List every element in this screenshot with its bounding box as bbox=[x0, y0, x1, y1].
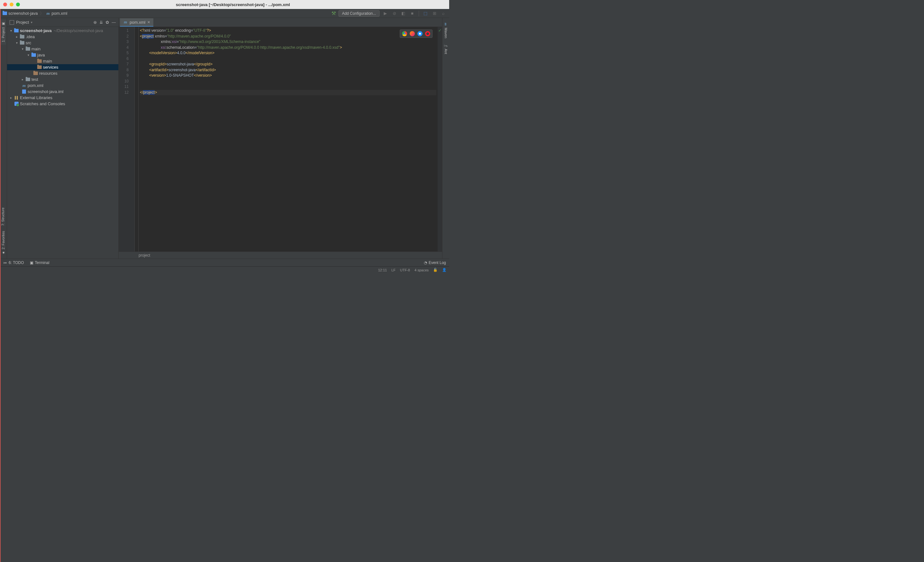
panel-title-label: Project bbox=[16, 20, 29, 25]
event-log-tab[interactable]: ◔Event Log bbox=[424, 261, 446, 265]
expand-icon[interactable]: ▾ bbox=[26, 53, 30, 57]
expand-icon[interactable]: ▾ bbox=[15, 41, 19, 45]
editor-area: m pom.xml ✕ 123456789101112 <?xml versio… bbox=[119, 18, 442, 259]
tree-label: src bbox=[26, 40, 31, 45]
editor-marker-bar[interactable]: ✓ bbox=[438, 27, 442, 252]
tree-label: External Libraries bbox=[20, 95, 52, 100]
line-separator[interactable]: LF bbox=[392, 268, 396, 272]
tree-root[interactable]: ▾ screenshot-java ~/Desktop/screenshot-j… bbox=[7, 28, 118, 34]
maximize-window-button[interactable] bbox=[16, 3, 20, 6]
expand-icon[interactable]: ▾ bbox=[9, 29, 13, 32]
chrome-icon[interactable] bbox=[402, 31, 407, 36]
module-icon bbox=[22, 90, 26, 94]
stop-icon[interactable]: ■ bbox=[409, 10, 416, 16]
editor-tabs: m pom.xml ✕ bbox=[119, 18, 442, 27]
folder-icon bbox=[32, 53, 36, 57]
tree-item-mainpkg[interactable]: main bbox=[7, 58, 118, 64]
tree-item-src[interactable]: ▾ src bbox=[7, 40, 118, 46]
code-content[interactable]: <?xml version="1.0" encoding="UTF-8"?> <… bbox=[139, 27, 438, 252]
breadcrumb-label: screenshot-java bbox=[8, 11, 38, 16]
tree-label: resources bbox=[39, 71, 57, 76]
editor-breadcrumb[interactable]: project bbox=[119, 252, 442, 259]
tree-label: main bbox=[43, 59, 52, 63]
folder-icon bbox=[3, 12, 7, 15]
status-bar: 12:11 LF UTF-8 4 spaces 🔓 👤 bbox=[0, 266, 449, 273]
tree-label: .idea bbox=[26, 34, 34, 39]
tree-label: main bbox=[32, 46, 40, 51]
maven-tab[interactable]: m Maven bbox=[442, 19, 449, 41]
tree-item-resources[interactable]: resources bbox=[7, 70, 118, 76]
maven-icon: m bbox=[444, 22, 448, 26]
project-tab[interactable]: 1: Project ▣ bbox=[0, 19, 6, 45]
editor-body[interactable]: 123456789101112 <?xml version="1.0" enco… bbox=[119, 27, 442, 252]
close-window-button[interactable] bbox=[3, 3, 7, 6]
lock-icon[interactable]: 🔓 bbox=[433, 268, 438, 272]
tree-hint: ~/Desktop/screenshot-java bbox=[54, 28, 103, 33]
encoding[interactable]: UTF-8 bbox=[400, 268, 410, 272]
tree-item-test[interactable]: ▸ test bbox=[7, 76, 118, 82]
bottom-tool-window-bar: ≔6: TODO ▣Terminal ◔Event Log bbox=[0, 259, 449, 266]
ant-tab[interactable]: 🐜 Ant bbox=[442, 41, 449, 57]
expand-icon[interactable]: ▸ bbox=[21, 78, 24, 81]
breadcrumb-label: pom.xml bbox=[52, 11, 68, 16]
terminal-tab[interactable]: ▣Terminal bbox=[30, 261, 50, 265]
editor-tab-pom[interactable]: m pom.xml ✕ bbox=[120, 18, 153, 27]
close-tab-icon[interactable]: ✕ bbox=[147, 20, 150, 24]
tree-item-main[interactable]: ▾ main bbox=[7, 46, 118, 52]
indent-setting[interactable]: 4 spaces bbox=[414, 268, 429, 272]
tree-item-java[interactable]: ▾ java bbox=[7, 52, 118, 58]
minimize-window-button[interactable] bbox=[10, 3, 14, 6]
safari-icon[interactable] bbox=[417, 31, 423, 36]
line-gutter[interactable]: 123456789101112 bbox=[119, 27, 135, 252]
cursor-position[interactable]: 12:11 bbox=[378, 268, 387, 272]
firefox-icon[interactable] bbox=[410, 31, 415, 36]
debug-icon[interactable]: ⊘ bbox=[391, 10, 398, 16]
resources-icon bbox=[33, 72, 38, 75]
add-configuration-button[interactable]: Add Configuration... bbox=[339, 10, 380, 16]
hide-icon[interactable]: — bbox=[112, 20, 116, 25]
run-icon[interactable]: ▶ bbox=[382, 10, 388, 16]
tree-item-idea[interactable]: ▸ .idea bbox=[7, 34, 118, 40]
balloon-icon: ◔ bbox=[424, 261, 427, 265]
project-panel-header: Project ▾ ⊕ ⇊ ✿ — bbox=[7, 18, 118, 27]
project-structure-icon[interactable]: ⊞ bbox=[431, 10, 438, 16]
opera-icon[interactable] bbox=[425, 31, 430, 36]
editor-breadcrumb-item[interactable]: project bbox=[139, 253, 150, 258]
collapse-icon[interactable]: ⇊ bbox=[99, 20, 103, 25]
hector-icon[interactable]: 👤 bbox=[442, 268, 447, 272]
tree-label: services bbox=[43, 65, 58, 70]
traffic-lights bbox=[3, 3, 20, 6]
coverage-icon[interactable]: ◧ bbox=[400, 10, 406, 16]
tree-label: Scratches and Consoles bbox=[20, 101, 65, 106]
expand-icon[interactable]: ▸ bbox=[15, 35, 19, 39]
tree-label: test bbox=[32, 77, 38, 82]
vcs-icon[interactable]: ⬚ bbox=[422, 10, 429, 16]
expand-icon[interactable]: ▾ bbox=[21, 47, 24, 51]
favorites-tab[interactable]: ★ 2: Favorites bbox=[0, 228, 6, 257]
tree-label: pom.xml bbox=[28, 83, 44, 88]
tree-item-iml[interactable]: screenshot-java.iml bbox=[7, 88, 118, 94]
tree-item-services[interactable]: services bbox=[7, 64, 118, 70]
breadcrumb-file[interactable]: m pom.xml bbox=[46, 11, 68, 16]
build-icon[interactable]: ⚒ bbox=[332, 10, 336, 16]
search-icon[interactable]: ⌕ bbox=[440, 10, 447, 16]
fold-gutter[interactable] bbox=[135, 27, 139, 252]
list-icon: ≔ bbox=[3, 261, 7, 265]
tree-item-extlib[interactable]: ▸ ∥∥ External Libraries bbox=[7, 94, 118, 101]
dropdown-icon[interactable]: ▾ bbox=[31, 21, 32, 24]
inspections-ok-icon[interactable]: ✓ bbox=[438, 28, 441, 33]
library-icon: ∥∥ bbox=[14, 96, 18, 100]
expand-icon[interactable]: ▸ bbox=[9, 96, 13, 99]
terminal-icon: ▣ bbox=[30, 261, 33, 265]
locate-icon[interactable]: ⊕ bbox=[93, 20, 97, 25]
breadcrumb-project[interactable]: screenshot-java bbox=[3, 11, 38, 16]
project-tool-window: Project ▾ ⊕ ⇊ ✿ — ▾ screenshot-java ~/De… bbox=[7, 18, 119, 259]
folder-icon bbox=[14, 29, 19, 32]
tree-item-scratch[interactable]: Scratches and Consoles bbox=[7, 101, 118, 107]
todo-tab[interactable]: ≔6: TODO bbox=[3, 261, 24, 265]
settings-icon[interactable]: ✿ bbox=[105, 20, 109, 25]
tree-item-pom[interactable]: m pom.xml bbox=[7, 82, 118, 88]
structure-tab[interactable]: 7: Structure bbox=[0, 205, 6, 228]
project-tree[interactable]: ▾ screenshot-java ~/Desktop/screenshot-j… bbox=[7, 27, 118, 259]
scratch-icon bbox=[14, 102, 19, 106]
